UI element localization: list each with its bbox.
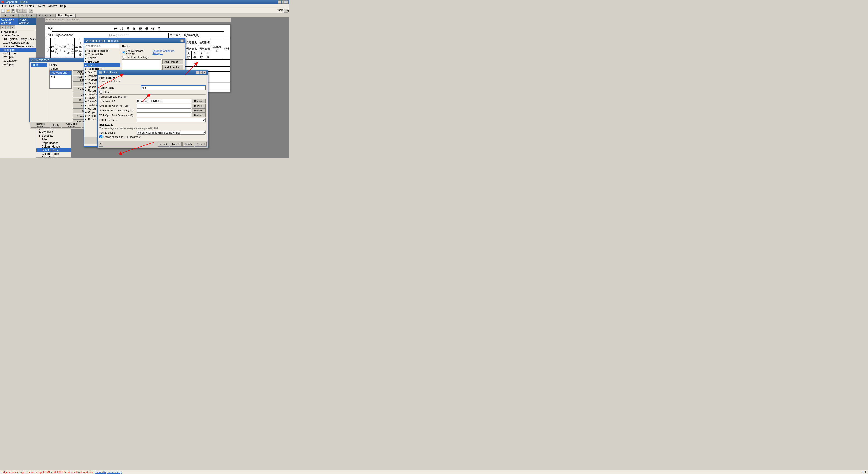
tree-jasper-server[interactable]: Jaspersoft Server Library — [0, 44, 36, 48]
ff-subtitle: Configure font family — [99, 80, 206, 83]
toolbar-redo[interactable]: ↪ — [22, 8, 27, 13]
ff-truetype-browse[interactable]: Browse... — [192, 99, 206, 103]
props-tree-compat[interactable]: ▶ Compatibility — [84, 53, 120, 56]
id-field: ${id} — [46, 26, 60, 30]
settings-btn[interactable]: Settings — [284, 8, 288, 13]
props-tree-resource[interactable]: ▶ Resource Builders — [84, 49, 120, 53]
report-row1: 部门： ${department} ${time} Header 项目编号： $… — [46, 33, 230, 38]
tree-jasper-lib[interactable]: JasperReports Library — [0, 41, 36, 44]
tree-my-reports[interactable]: ▶ MyReports — [0, 30, 36, 34]
close-tab-test1[interactable]: × — [16, 14, 17, 17]
outline-page-footer[interactable]: Page Footer — [36, 156, 71, 158]
props-workspace-radio[interactable] — [122, 51, 125, 54]
ff-help-btn[interactable]: ? — [98, 141, 103, 147]
ff-svg-browse[interactable]: Browse... — [192, 108, 206, 113]
menu-edit[interactable]: Edit — [8, 4, 16, 8]
ff-family-name-input[interactable] — [141, 86, 206, 90]
close-tab-test2[interactable]: × — [33, 14, 35, 17]
toolbar-save[interactable]: 💾 — [11, 8, 16, 13]
props-project-radio[interactable] — [122, 56, 125, 59]
toolbar: 📄 📂 💾 ↩ ↪ ▶ 250% Settings — [0, 8, 289, 13]
menu-search[interactable]: Search — [24, 4, 35, 8]
ff-title: Font Family — [99, 76, 206, 80]
props-tree-fonts[interactable]: ▶ Fonts — [84, 63, 120, 67]
link-btn[interactable]: 🔗 — [5, 25, 10, 29]
configure-link[interactable]: Configure Workspace Settings... — [153, 50, 183, 55]
app-title: Jaspersoft - Studio — [5, 0, 28, 4]
ff-svg-row: Scalable Vector Graphics (.svg) Browse..… — [99, 108, 206, 113]
prefs-apply-close-btn[interactable]: Apply and Close — [62, 123, 81, 128]
props-tree-exporters[interactable]: ▶ Exporters — [84, 60, 120, 63]
ff-woff-browse[interactable]: Browse... — [192, 113, 206, 117]
prefs-font-item-1[interactable]: font — [50, 75, 71, 79]
props-add-from-url[interactable]: Add From URL — [162, 59, 183, 64]
ff-hidden-checkbox[interactable] — [99, 91, 102, 94]
outline-column-header[interactable]: Column Header — [36, 145, 71, 149]
tab-test2[interactable]: test2.jxml × — [19, 13, 37, 18]
close-tab-demo[interactable]: × — [53, 14, 54, 17]
ff-minimize[interactable]: — — [196, 71, 199, 74]
properties-icon: ⚙ — [86, 39, 88, 42]
props-add-from-path[interactable]: Add From Path — [162, 65, 183, 70]
collapse-btn[interactable]: ⊟ — [0, 25, 5, 29]
prefs-apply-btn[interactable]: Apply — [51, 123, 61, 128]
close-btn[interactable]: × — [285, 0, 288, 4]
ff-finish-btn[interactable]: Finish — [182, 141, 194, 147]
ff-next-btn[interactable]: Next > — [170, 141, 182, 147]
tab-test1[interactable]: test1.jxml × — [1, 13, 19, 18]
project-explorer-header[interactable]: Project Explorer — [18, 18, 36, 25]
ff-woff-input[interactable] — [136, 113, 191, 117]
tree-jre[interactable]: JRE System Library [JavaSE-11] — [0, 37, 36, 41]
outline-detail[interactable]: Detail 1 [20px] — [36, 149, 71, 152]
ff-back-btn[interactable]: < Back — [158, 141, 169, 147]
ruler-horizontal: 0 1 2 3 4 5 6 7 8 9 10 11 12 13 14 15 16… — [45, 18, 230, 22]
toolbar-open[interactable]: 📂 — [6, 8, 10, 13]
ff-embed-row: Embed this font in PDF document — [99, 135, 206, 138]
maximize-btn[interactable]: □ — [282, 0, 285, 4]
ff-pdf-encoding-row: PDF Encoding Identity-H (Unicode with ho… — [99, 131, 206, 135]
ff-pdf-font-select[interactable] — [136, 118, 206, 122]
outline-title[interactable]: Title — [36, 137, 71, 141]
tab-main-report[interactable]: Main Report — [56, 13, 76, 18]
ff-maximize[interactable]: □ — [199, 71, 203, 74]
prefs-tree-fonts[interactable]: Fonts — [31, 63, 47, 67]
ff-eot-browse[interactable]: Browse... — [192, 104, 206, 108]
tree-report-demo[interactable]: ▼ reportDemo — [0, 34, 36, 37]
outline-page-header[interactable]: Page Header — [36, 141, 71, 145]
props-tree-editors[interactable]: ▶ Editors — [84, 56, 120, 60]
menu-bar: File Edit View Search Project Window Hel… — [0, 4, 289, 8]
menu-project[interactable]: Project — [35, 4, 46, 8]
ff-close[interactable]: × — [203, 71, 206, 74]
props-close[interactable]: × — [180, 39, 184, 42]
props-filter-input[interactable] — [85, 44, 119, 48]
outline-variables[interactable]: ▶ Variables — [36, 130, 71, 134]
prefs-restore-defaults-btn[interactable]: Restore Defaults — [31, 123, 50, 128]
outline-scriptlets[interactable]: ▶ Scriptlets — [36, 134, 71, 137]
prefs-font-item-0[interactable]: HuaWenSongTi — [50, 71, 71, 75]
minimize-btn[interactable]: _ — [278, 0, 281, 4]
expand-btn[interactable]: ⊞ — [10, 25, 15, 29]
fontfamily-icon: 🔤 — [99, 71, 102, 74]
toolbar-run[interactable]: ▶ — [29, 8, 33, 13]
tab-demo[interactable]: demo.jxml × — [37, 13, 56, 18]
prefs-font-list[interactable]: HuaWenSongTi font — [49, 70, 72, 89]
ff-pdf-encoding-label: PDF Encoding — [99, 131, 135, 134]
outline-column-footer[interactable]: Column Footer — [36, 152, 71, 156]
toolbar-new[interactable]: 📄 — [1, 8, 5, 13]
menu-view[interactable]: View — [16, 4, 24, 8]
repository-explorer-header[interactable]: Repository Explorer — [0, 18, 18, 25]
ff-cancel-btn[interactable]: Cancel — [195, 141, 207, 147]
ff-truetype-input[interactable] — [136, 99, 191, 103]
ff-pdf-encoding-select[interactable]: Identity-H (Unicode with horizontal writ… — [136, 131, 206, 135]
ff-svg-input[interactable] — [136, 108, 191, 113]
menu-window[interactable]: Window — [46, 4, 59, 8]
ff-eot-input[interactable] — [136, 104, 191, 108]
ff-pdf-details-label: PDF Details — [99, 124, 206, 127]
menu-file[interactable]: File — [1, 4, 8, 8]
tree-test1-jasper[interactable]: test1.jasper — [0, 52, 36, 55]
tree-demo-jxml[interactable]: demo.jxml — [0, 48, 36, 52]
toolbar-undo[interactable]: ↩ — [18, 8, 22, 13]
ff-embed-checkbox[interactable] — [99, 135, 102, 138]
prefs-tree: Fonts — [30, 62, 48, 122]
menu-help[interactable]: Help — [59, 4, 67, 8]
